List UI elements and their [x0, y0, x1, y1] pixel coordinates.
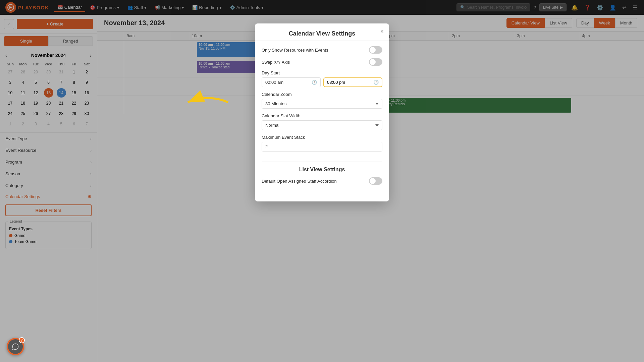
swap-axis-row: Swap X/Y Axis	[262, 58, 382, 66]
day-start-inputs: 02:00 am 🕐 08:00 pm 🕐	[262, 77, 382, 87]
modal-close-button[interactable]: ×	[380, 28, 384, 35]
open-staff-toggle[interactable]	[369, 177, 382, 185]
clock-icon-2: 🕐	[373, 80, 379, 85]
slot-width-section: Calendar Slot Width Narrow Normal Wide	[262, 113, 382, 130]
show-resources-label: Only Show Resources with Events	[262, 48, 328, 53]
show-resources-row: Only Show Resources with Events	[262, 46, 382, 54]
day-start-section: Day Start 02:00 am 🕐 08:00 pm 🕐	[262, 70, 382, 87]
day-start-label: Day Start	[262, 70, 382, 75]
calendar-zoom-section: Calendar Zoom 30 Minutes 15 Minutes 60 M…	[262, 92, 382, 109]
chat-bubble[interactable]: 7	[7, 338, 24, 355]
day-start-highlight-value: 08:00 pm	[327, 80, 345, 85]
modal-header: Calendar View Settings	[255, 23, 389, 41]
open-staff-row: Default Open Assigned Staff Accordion	[262, 177, 382, 185]
day-start-input[interactable]: 02:00 am 🕐	[262, 77, 321, 87]
chat-badge: 7	[19, 337, 25, 343]
slot-width-label: Calendar Slot Width	[262, 113, 382, 118]
day-start-highlight-input[interactable]: 08:00 pm 🕐	[323, 77, 382, 87]
calendar-zoom-select[interactable]: 30 Minutes 15 Minutes 60 Minutes	[262, 99, 382, 109]
modal-section-1: Only Show Resources with Events Swap X/Y…	[255, 46, 389, 162]
max-stack-input[interactable]	[262, 142, 382, 152]
slot-width-select[interactable]: Narrow Normal Wide	[262, 120, 382, 130]
swap-axis-toggle[interactable]	[369, 58, 382, 66]
calendar-zoom-label: Calendar Zoom	[262, 92, 382, 97]
modal-section-2: List View Settings Default Open Assigned…	[255, 162, 389, 195]
list-view-settings-title: List View Settings	[262, 162, 382, 173]
day-start-value: 02:00 am	[265, 80, 283, 85]
calendar-settings-modal: Calendar View Settings × Only Show Resou…	[255, 23, 389, 201]
show-resources-toggle[interactable]	[369, 46, 382, 54]
clock-icon: 🕐	[312, 80, 317, 85]
max-stack-label: Maximum Event Stack	[262, 135, 382, 140]
open-staff-label: Default Open Assigned Staff Accordion	[262, 179, 337, 184]
modal-title: Calendar View Settings	[289, 30, 356, 37]
swap-axis-label: Swap X/Y Axis	[262, 60, 290, 65]
modal-overlay[interactable]: Calendar View Settings × Only Show Resou…	[0, 0, 644, 362]
max-stack-section: Maximum Event Stack	[262, 135, 382, 152]
